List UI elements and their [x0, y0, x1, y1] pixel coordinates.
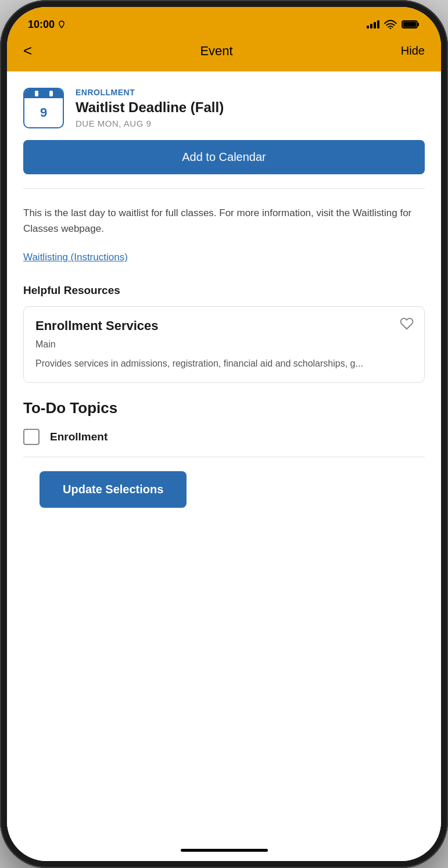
- status-time: 10:00: [28, 19, 66, 31]
- back-button[interactable]: <: [23, 42, 32, 60]
- todo-item: Enrollment: [23, 429, 425, 457]
- wifi-icon: [384, 20, 397, 29]
- svg-rect-2: [417, 23, 419, 26]
- battery-icon: [402, 20, 420, 29]
- phone-screen: 10:00: [7, 7, 441, 861]
- home-indicator: [7, 843, 441, 861]
- add-to-calendar-button[interactable]: Add to Calendar: [23, 140, 425, 174]
- calendar-icon: 9: [23, 88, 64, 128]
- nav-bar: < Event Hide: [7, 37, 441, 71]
- resource-name: Enrollment Services: [35, 318, 413, 333]
- resource-card[interactable]: Enrollment Services Main Provides servic…: [23, 306, 425, 383]
- link-section: Waitlisting (Instructions): [7, 242, 441, 279]
- waitlisting-link[interactable]: Waitlisting (Instructions): [23, 252, 128, 263]
- event-due-date: DUE MON, AUG 9: [76, 119, 425, 128]
- helpful-resources-title: Helpful Resources: [7, 279, 441, 306]
- location-icon: [58, 20, 66, 28]
- heart-icon[interactable]: [400, 317, 414, 333]
- event-title: Waitlist Deadline (Fall): [76, 99, 425, 116]
- hide-button[interactable]: Hide: [401, 44, 425, 58]
- status-icons: [367, 20, 420, 29]
- update-selections-button[interactable]: Update Selections: [40, 471, 187, 508]
- phone-frame: 10:00: [0, 0, 448, 868]
- content-area: 9 ENROLLMENT Waitlist Deadline (Fall) DU…: [7, 71, 441, 843]
- todo-section: To-Do Topics Enrollment Update Selection…: [7, 399, 441, 531]
- resource-subtitle: Main: [35, 339, 413, 350]
- status-bar: 10:00: [7, 7, 441, 37]
- event-info: ENROLLMENT Waitlist Deadline (Fall) DUE …: [76, 88, 425, 128]
- todo-item-label: Enrollment: [50, 431, 107, 443]
- todo-title: To-Do Topics: [23, 399, 425, 417]
- event-category: ENROLLMENT: [76, 88, 425, 97]
- resource-description: Provides services in admissions, registr…: [35, 357, 413, 371]
- event-header: 9 ENROLLMENT Waitlist Deadline (Fall) DU…: [7, 71, 441, 140]
- calendar-top-bar: [24, 89, 63, 98]
- svg-rect-3: [403, 22, 417, 27]
- event-description: This is the last day to waitlist for ful…: [7, 189, 441, 242]
- signal-bars-icon: [367, 20, 379, 28]
- calendar-day-number: 9: [24, 98, 63, 127]
- svg-point-0: [390, 28, 392, 29]
- enrollment-checkbox[interactable]: [23, 429, 40, 445]
- page-title: Event: [200, 44, 232, 59]
- home-bar: [181, 849, 268, 852]
